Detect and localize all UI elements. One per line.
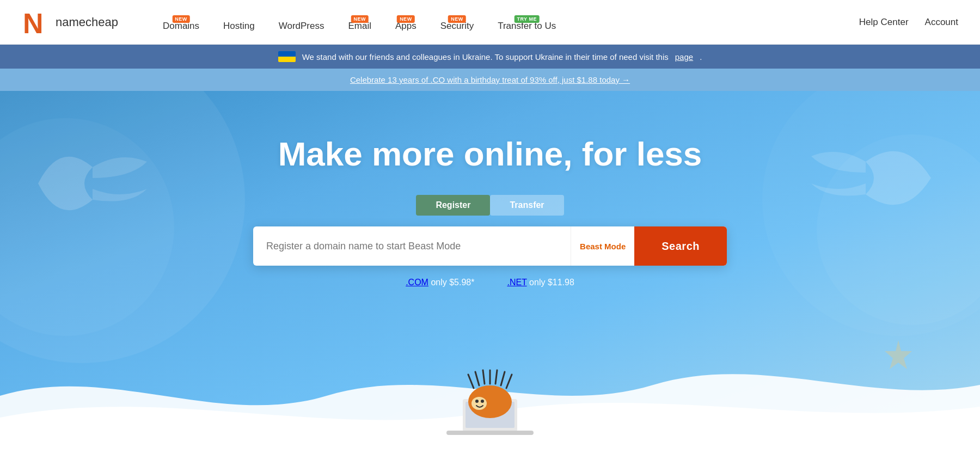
tab-register[interactable]: Register — [416, 195, 490, 216]
ukraine-flag-icon — [278, 51, 296, 62]
domain-search-input[interactable] — [253, 226, 571, 266]
nav-badge-apps: NEW — [397, 15, 415, 23]
nav-item-apps[interactable]: NEW Apps — [383, 0, 428, 45]
svg-line-6 — [468, 375, 474, 388]
domain-tabs: Register Transfer — [416, 195, 564, 216]
logo-link[interactable]: N namecheap — [22, 8, 118, 36]
nav-badge-transfer: TRY ME — [514, 15, 540, 23]
promo-banner-link[interactable]: Celebrate 13 years of .CO with a birthda… — [350, 75, 630, 84]
svg-line-11 — [501, 372, 505, 385]
promo-banner: Celebrate 13 years of .CO with a birthda… — [0, 69, 980, 91]
nav-item-email[interactable]: NEW Email — [336, 0, 383, 45]
nav-item-security[interactable]: NEW Security — [428, 0, 486, 45]
nav-badge-security: NEW — [448, 15, 466, 23]
svg-text:N: N — [23, 8, 44, 36]
nav-item-wordpress[interactable]: WordPress — [267, 0, 336, 45]
main-nav: NEW Domains Hosting WordPress NEW Email … — [151, 0, 958, 45]
search-button[interactable]: Search — [634, 226, 727, 266]
nav-item-domains[interactable]: NEW Domains — [151, 0, 211, 45]
hero-title: Make more online, for less — [278, 134, 702, 173]
nav-item-hosting[interactable]: Hosting — [211, 0, 267, 45]
net-price-text: only $11.98 — [529, 278, 574, 287]
mascot — [436, 350, 544, 439]
nav-item-transfer[interactable]: TRY ME Transfer to Us — [486, 0, 568, 45]
svg-line-12 — [506, 375, 512, 388]
search-bar: Beast Mode Search — [253, 226, 727, 266]
svg-line-10 — [495, 370, 497, 384]
nav-badge-email: NEW — [351, 15, 369, 23]
main-header: N namecheap NEW Domains Hosting WordPres… — [0, 0, 980, 45]
hero-section: Make more online, for less Register Tran… — [0, 91, 980, 450]
svg-point-14 — [475, 400, 479, 403]
logo-icon: N — [22, 8, 50, 36]
svg-point-15 — [481, 400, 484, 403]
logo-text: namecheap — [56, 15, 118, 29]
hero-content: Make more online, for less Register Tran… — [253, 134, 727, 287]
com-price-text: only $5.98* — [431, 278, 474, 287]
nav-item-account[interactable]: Account — [925, 17, 958, 28]
ukraine-banner-link[interactable]: page — [675, 52, 693, 62]
com-price-link[interactable]: .COM — [406, 278, 428, 287]
price-hints: .COM only $5.98* .NET only $11.98 — [406, 278, 574, 287]
nav-right: Help Center Account — [859, 17, 958, 28]
tab-transfer[interactable]: Transfer — [490, 195, 564, 216]
ukraine-banner: We stand with our friends and colleagues… — [0, 45, 980, 69]
svg-rect-4 — [446, 431, 534, 435]
ukraine-banner-text: We stand with our friends and colleagues… — [302, 52, 669, 62]
nav-badge-domains: NEW — [172, 15, 190, 23]
manta-ray-left — [33, 134, 152, 235]
nav-item-help[interactable]: Help Center — [859, 17, 909, 28]
svg-point-13 — [471, 397, 487, 410]
manta-ray-right — [795, 124, 936, 235]
net-price-link[interactable]: .NET — [507, 278, 526, 287]
svg-line-7 — [475, 372, 479, 385]
svg-line-8 — [483, 370, 485, 384]
beast-mode-toggle[interactable]: Beast Mode — [571, 226, 634, 266]
